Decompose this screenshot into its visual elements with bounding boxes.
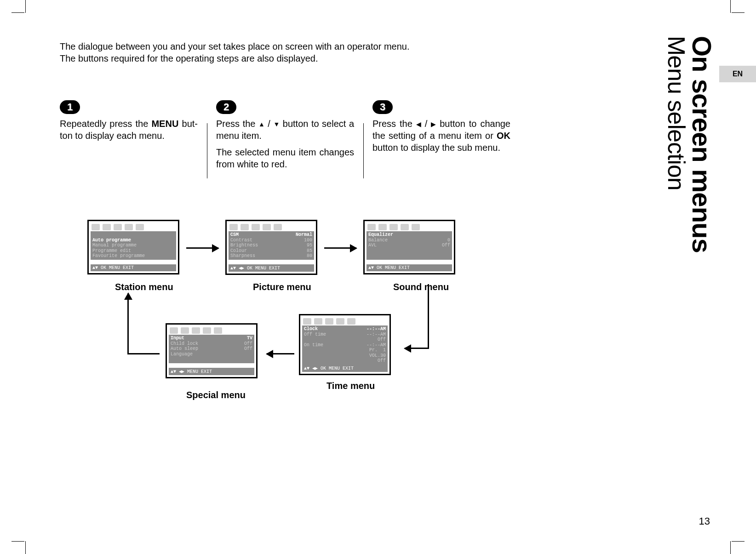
osd-icon-row [169,326,254,335]
arrow-line [428,284,429,348]
menu-value: Off [378,337,386,343]
picture-menu-body: CSMNormalContrast100Brightness95Colour85… [229,231,314,260]
menu-value: Off [244,346,252,352]
sound-menu-osd: EqualizerBalance0AVLOff ▲▼ OK MENU EXIT [363,220,455,274]
menu-value: 0 [447,238,450,243]
menu-value: --:--AM [367,332,386,337]
step-2: 2 Press the ▲ / ▼ button to select a men… [212,100,359,175]
menu-value: 85 [307,248,312,254]
slash: / [421,119,431,129]
menu-value: --:--AM [367,343,386,348]
menu-item: Programme edit [92,248,131,253]
menu-value: TV [247,336,252,341]
menu-item: Auto sleep [171,346,198,352]
step-3: 3 Press the ◀ / ▶ button to change the s… [368,100,515,175]
osd-icon-row [229,223,314,231]
menu-item: On time [304,343,323,348]
step-3-p1c: button to display the sub menu. [372,143,500,153]
step-3-text: Press the ◀ / ▶ button to change the set… [372,118,510,154]
menu-value: Normal [296,232,312,238]
title-main: On screen menus [687,36,717,253]
menu-item: Clock [304,326,318,332]
menu-value: 100 [304,238,312,243]
arrow-icon [127,293,129,354]
step-3-bold: OK [497,131,510,141]
special-menu-osd: InputTVChild lockOffAuto sleepOffLanguag… [166,323,258,378]
menu-item: Brightness [230,243,258,248]
station-menu-osd: Auto programme Manual programme Programm… [87,220,179,274]
intro-line-1: The dialogue between you and your set ta… [60,40,409,52]
arrow-icon [186,247,218,249]
slash: / [265,119,274,129]
menu-item: Sharpness [230,253,255,259]
step-1-bold: MENU [151,119,178,129]
down-triangle-icon: ▼ [273,120,280,128]
menu-value: 80 [307,253,312,259]
menu-value: 95 [307,243,312,248]
arrow-icon [324,247,356,249]
page-number: 13 [699,515,710,527]
station-menu-body: Auto programme Manual programme Programm… [91,231,176,260]
menu-item: Balance [368,238,388,243]
up-triangle-icon: ▲ [258,120,265,128]
step-badge-3: 3 [372,100,393,114]
language-tab: EN [719,66,756,82]
arrow-line [127,353,160,354]
osd-icon-row [91,223,176,231]
special-menu-label: Special menu [186,390,246,400]
arrow-icon [405,348,429,349]
menu-item: CSM [230,232,239,238]
menu-item: Favourite programme [92,253,145,258]
menu-item: Auto programme [92,238,131,243]
step-2-text-1: Press the ▲ / ▼ button to select a menu … [216,118,354,142]
menu-item: Equalizer [368,232,393,238]
step-badge-2: 2 [216,100,236,114]
menu-item: Contrast [230,238,252,243]
step-badge-1: 1 [60,100,80,114]
page-title-vertical: On screen menus Menu selection [664,36,715,253]
menu-item: Child lock [171,341,198,347]
step-2-p1a: Press the [216,119,258,129]
station-menu-footer: ▲▼ OK MENU EXIT [91,264,176,271]
menu-item: Input [171,336,184,341]
intro-text: The dialogue between you and your set ta… [60,40,409,64]
intro-line-2: The buttons required for the operating s… [60,52,409,64]
menu-item: AVL [368,243,377,248]
menu-value: Off [378,358,386,364]
step-1-text-a: Repeatedly press the [60,119,151,129]
left-triangle-icon: ◀ [416,120,421,128]
menu-item: Language [171,352,193,357]
osd-icon-row [302,317,388,326]
time-menu-label: Time menu [326,381,375,391]
time-menu-osd: Clock--:--AMOff time--:--AMOffOn time--:… [299,314,391,375]
sound-menu-label: Sound menu [393,282,449,292]
special-menu-footer: ▲▼ ◀▶ MENU EXIT [169,368,254,375]
menu-item: Colour [230,248,247,254]
picture-menu-osd: CSMNormalContrast100Brightness95Colour85… [225,220,317,275]
time-menu-footer: ▲▼ ◀▶ OK MENU EXIT [302,365,388,372]
sound-menu-footer: ▲▼ OK MENU EXIT [367,264,452,271]
step-2-text-2: The selected menu item changes from whit… [216,146,354,170]
menu-item: Manual programme [92,243,137,248]
osd-icon-row [367,223,452,231]
sound-menu-body: EqualizerBalance0AVLOff [367,231,452,260]
menu-value: VOL.30 [369,353,386,359]
menu-item: Off time [304,332,326,337]
menu-value: --:--AM [367,326,386,332]
menu-value: Pr. 1 [369,348,386,353]
step-1-text: Repeatedly press the MENU but­ton to dis… [60,118,198,142]
arrow-icon [267,353,294,354]
title-sub: Menu selection [663,36,690,190]
picture-menu-label: Picture menu [253,282,311,292]
step-1: 1 Repeatedly press the MENU but­ton to d… [55,100,202,175]
step-3-p1a: Press the [372,119,416,129]
special-menu-body: InputTVChild lockOffAuto sleepOffLanguag… [169,335,254,363]
menu-value: Off [244,341,252,347]
right-triangle-icon: ▶ [431,120,436,128]
menu-flow-diagram: Auto programme Manual programme Programm… [87,220,510,431]
station-menu-label: Station menu [115,282,173,292]
time-menu-body: Clock--:--AMOff time--:--AMOffOn time--:… [302,326,388,365]
menu-value: Off [442,243,450,248]
picture-menu-footer: ▲▼ ◀▶ OK MENU EXIT [229,264,314,272]
